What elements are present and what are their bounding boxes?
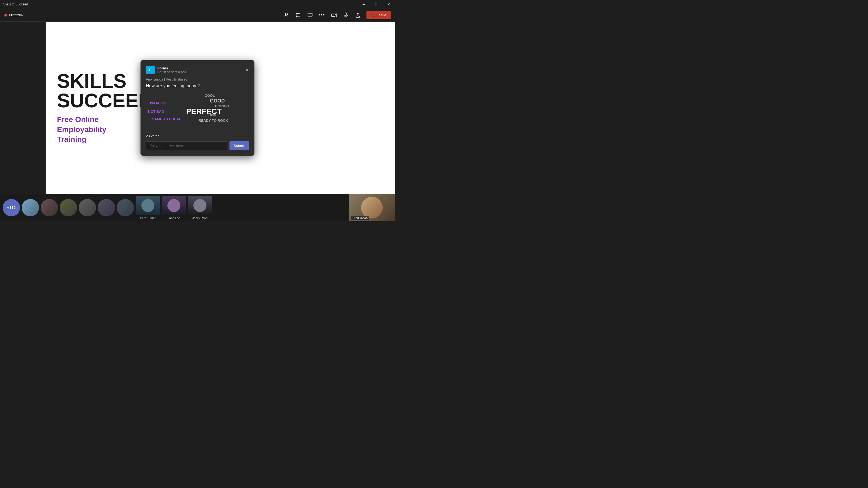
whiteboard-button[interactable] xyxy=(305,10,315,21)
participant-jacky-roys: Jacky Roys xyxy=(188,196,212,220)
poll-app-name: Forms xyxy=(157,66,186,70)
word-tired: Tired xyxy=(208,112,216,117)
window-controls: ─ □ ✕ xyxy=(358,0,395,9)
poll-close-button[interactable]: ✕ xyxy=(245,67,249,72)
poll-answer-input[interactable] xyxy=(146,141,227,150)
word-not-bad: NOT BAD xyxy=(148,109,164,113)
participant-avatar-3 xyxy=(60,199,77,216)
recording-indicator: 00:22:06 xyxy=(4,13,23,17)
maximize-button[interactable]: □ xyxy=(370,0,382,9)
toolbar-right: ••• 📞 Leave xyxy=(281,10,391,21)
fred-jacob-label: Fred Jacob xyxy=(351,216,369,220)
mic-button[interactable] xyxy=(340,10,351,21)
word-ready-to-rock: READY TO ROCK xyxy=(198,119,228,123)
svg-point-1 xyxy=(287,13,288,14)
close-button[interactable]: ✕ xyxy=(382,0,395,9)
jacky-roys-label: Jacky Roys xyxy=(192,216,208,220)
participants-button[interactable] xyxy=(281,10,291,21)
camera-button[interactable] xyxy=(329,10,339,21)
word-boring: BORING xyxy=(215,104,229,108)
chat-button[interactable] xyxy=(293,10,304,21)
forms-icon: F xyxy=(146,66,155,74)
svg-point-0 xyxy=(285,13,286,15)
participant-avatar-1 xyxy=(22,199,39,216)
pete-turner-label: Pete Turner xyxy=(140,216,155,220)
poll-dialog: F Forms Christina sent a poll ✕ Anonymou… xyxy=(141,60,254,156)
participant-avatar-5 xyxy=(98,199,115,216)
more-button[interactable]: ••• xyxy=(316,10,328,21)
jane-lee-label: Jane Lee xyxy=(167,216,180,220)
poll-app-info: Forms Christina sent a poll xyxy=(157,66,186,74)
leave-label: Leave xyxy=(377,13,386,17)
participant-pete-turner: Pete Turner xyxy=(135,196,160,220)
share-button[interactable] xyxy=(352,10,363,21)
window-title: Skills to Succeed xyxy=(3,2,28,6)
participant-avatar-6 xyxy=(117,199,134,216)
poll-header: F Forms Christina sent a poll ✕ xyxy=(146,66,249,74)
participant-jane-lee: Jane Lee xyxy=(162,196,186,220)
svg-rect-4 xyxy=(345,13,347,15)
word-im-alive: I'M ALIVE xyxy=(150,101,166,105)
poll-input-row: Submit xyxy=(146,141,249,150)
poll-submit-button[interactable]: Submit xyxy=(229,141,249,150)
titlebar: Skills to Succeed ─ □ ✕ xyxy=(0,0,395,9)
poll-app-subtitle: Christina sent a poll xyxy=(157,70,186,74)
minimize-button[interactable]: ─ xyxy=(358,0,370,9)
participant-avatar-2 xyxy=(41,199,58,216)
main-content: SKILLS SUCCEED Free OnlineEmployabilityT… xyxy=(0,22,395,194)
word-cool: COOL xyxy=(205,94,215,98)
leave-phone-icon: 📞 xyxy=(371,13,375,17)
recording-dot xyxy=(4,14,7,17)
poll-header-left: F Forms Christina sent a poll xyxy=(146,66,186,74)
participants-bar: +112 Pete Turner Jane Lee xyxy=(0,194,395,221)
toolbar: 00:22:06 ••• 📞 Leave xyxy=(0,9,395,22)
word-good: GOOD xyxy=(210,98,225,104)
poll-meta: Anonymous | Results shared xyxy=(146,77,249,82)
svg-rect-3 xyxy=(332,14,335,17)
word-cloud: PERFECT GOOD COOL BORING Tired I'M ALIVE… xyxy=(146,93,249,131)
poll-votes: 23 votes xyxy=(146,134,249,138)
recording-time: 00:22:06 xyxy=(9,13,23,17)
leave-button[interactable]: 📞 Leave xyxy=(367,11,391,19)
poll-question: How are you feeling today ? xyxy=(146,84,249,88)
participant-fred-jacob: Fred Jacob xyxy=(349,194,395,221)
svg-rect-2 xyxy=(308,13,312,16)
word-same-as-usual: SAME AS USUAL xyxy=(152,117,181,121)
overflow-badge: +112 xyxy=(3,199,20,216)
participant-avatar-4 xyxy=(79,199,96,216)
